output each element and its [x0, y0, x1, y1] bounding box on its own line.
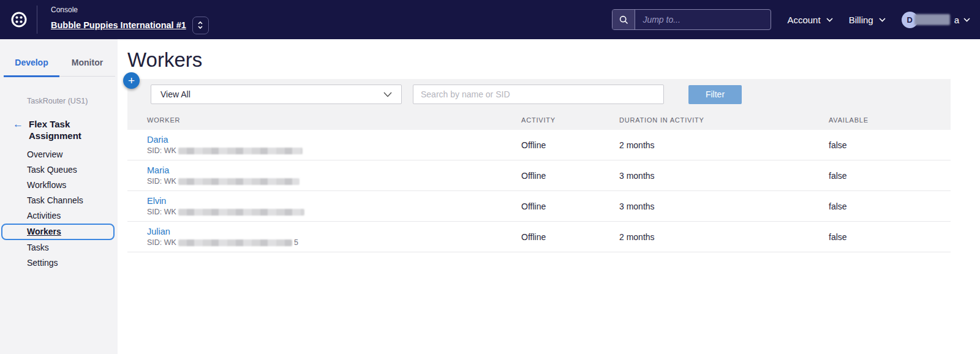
chevron-down-icon: [826, 18, 833, 22]
sid-label: SID: WK: [147, 238, 176, 247]
activity-cell: Offline: [521, 160, 619, 190]
sidebar-item-workflows[interactable]: Workflows: [0, 178, 118, 193]
account-menu[interactable]: Account: [787, 15, 832, 25]
redacted-sid: [178, 209, 304, 216]
back-arrow-icon[interactable]: ←: [13, 118, 23, 141]
jump-to-input[interactable]: [635, 10, 771, 29]
sidebar-section-title: Flex Task Assignment: [29, 118, 95, 141]
chevron-down-icon: [383, 92, 392, 97]
billing-menu-label: Billing: [849, 15, 873, 25]
tab-monitor[interactable]: Monitor: [59, 51, 115, 77]
activity-cell: Offline: [521, 130, 619, 160]
sidebar-tabs: Develop Monitor: [4, 51, 115, 77]
duration-cell: 2 months: [619, 222, 829, 252]
redacted-username: [914, 14, 950, 25]
top-navigation-bar: Console Bubble Puppies International #1 …: [0, 0, 980, 39]
page-title: Workers: [127, 48, 980, 72]
sidebar-item-tasks[interactable]: Tasks: [0, 240, 118, 255]
sidebar: Develop Monitor TaskRouter (US1) ← Flex …: [0, 39, 118, 354]
activity-cell: Offline: [521, 191, 619, 221]
console-label: Console: [51, 6, 209, 14]
sidebar-item-settings[interactable]: Settings: [0, 255, 118, 271]
sidebar-item-activities[interactable]: Activities: [0, 208, 118, 224]
account-menu-label: Account: [787, 15, 820, 25]
divider: [37, 6, 37, 34]
table-header-row: WORKER ACTIVITY DURATION IN ACTIVITY AVA…: [127, 110, 951, 130]
worker-name-link[interactable]: Daria: [147, 135, 168, 145]
workers-table: Daria SID: WK Offline 2 months false Mar…: [127, 130, 951, 252]
column-header-duration: DURATION IN ACTIVITY: [619, 116, 829, 124]
duration-cell: 3 months: [619, 191, 829, 221]
sidebar-item-task-channels[interactable]: Task Channels: [0, 193, 118, 208]
table-row: Elvin SID: WK Offline 3 months false: [127, 191, 951, 222]
worker-name-link[interactable]: Julian: [147, 227, 170, 236]
redacted-sid: [178, 239, 292, 246]
sid-visible-suffix: 5: [294, 238, 298, 247]
sid-label: SID: WK: [147, 146, 176, 155]
view-filter-select[interactable]: View All: [151, 85, 402, 104]
sid-label: SID: WK: [147, 177, 176, 186]
column-header-available: AVAILABLE: [829, 116, 951, 124]
sid-label: SID: WK: [147, 208, 176, 216]
sidebar-item-workers[interactable]: Workers: [1, 224, 115, 240]
section-label: TaskRouter (US1): [27, 97, 118, 105]
redacted-sid: [178, 178, 300, 185]
duration-cell: 3 months: [619, 160, 829, 190]
chevron-down-icon: [963, 18, 970, 22]
worker-name-link[interactable]: Maria: [147, 165, 169, 175]
workers-panel: View All Filter WORKER ACTIVITY DURATION…: [127, 79, 951, 130]
worker-search-input[interactable]: [413, 85, 664, 104]
column-header-worker: WORKER: [147, 116, 521, 124]
column-header-activity: ACTIVITY: [521, 116, 619, 124]
available-cell: false: [829, 160, 951, 190]
account-name-link[interactable]: Bubble Puppies International #1: [51, 20, 186, 30]
sidebar-nav: Overview Task Queues Workflows Task Chan…: [0, 147, 118, 271]
search-icon[interactable]: [612, 10, 635, 29]
main-content: Workers + View All Filter WORKER ACTIVIT…: [118, 39, 980, 354]
available-cell: false: [829, 191, 951, 221]
account-block: Console Bubble Puppies International #1: [51, 6, 209, 34]
tab-develop[interactable]: Develop: [4, 51, 59, 77]
chevron-down-icon: [879, 18, 886, 22]
table-row: Julian SID: WK5 Offline 2 months false: [127, 222, 951, 252]
workers-toolbar: View All Filter: [127, 79, 951, 110]
activity-cell: Offline: [521, 222, 619, 252]
account-switcher-button[interactable]: [192, 17, 209, 34]
add-worker-button[interactable]: +: [123, 72, 140, 89]
duration-cell: 2 months: [619, 130, 829, 160]
billing-menu[interactable]: Billing: [849, 15, 886, 25]
sidebar-item-overview[interactable]: Overview: [0, 147, 118, 162]
sidebar-item-task-queues[interactable]: Task Queues: [0, 162, 118, 178]
filter-button[interactable]: Filter: [688, 85, 742, 104]
worker-name-link[interactable]: Elvin: [147, 196, 166, 206]
username-suffix: a: [954, 15, 959, 25]
available-cell: false: [829, 222, 951, 252]
table-row: Maria SID: WK Offline 3 months false: [127, 160, 951, 191]
twilio-logo-icon[interactable]: [10, 10, 28, 29]
redacted-sid: [178, 148, 303, 154]
available-cell: false: [829, 130, 951, 160]
table-row: Daria SID: WK Offline 2 months false: [127, 130, 951, 160]
jump-to-search: [612, 9, 771, 30]
user-menu[interactable]: D a: [902, 12, 970, 28]
view-filter-value: View All: [160, 89, 190, 99]
